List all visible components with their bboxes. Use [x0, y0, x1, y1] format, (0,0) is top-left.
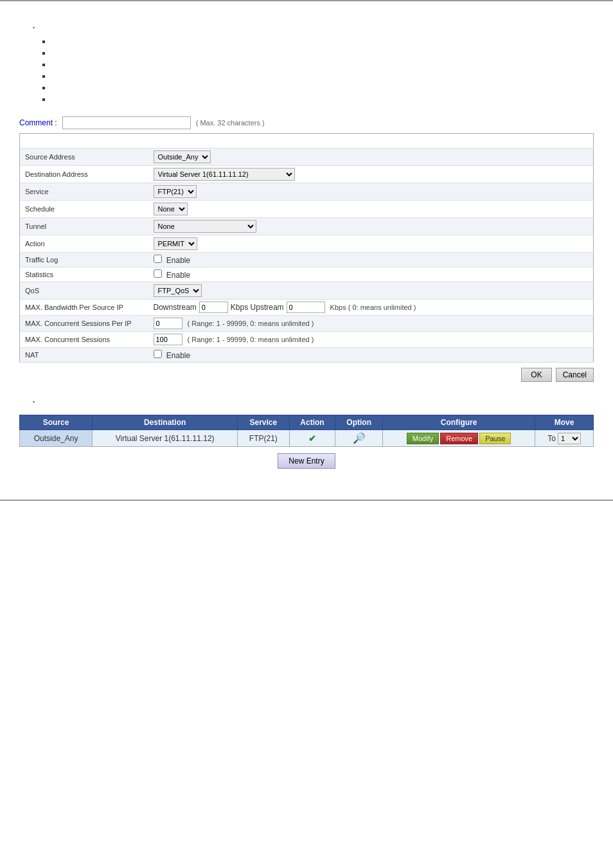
move-cell: To 1: [540, 433, 588, 444]
qos-select[interactable]: FTP_QoS: [154, 284, 202, 297]
row-action: ✔: [289, 430, 335, 447]
col-configure: Configure: [382, 415, 535, 430]
row-destination: Virtual Server 1(61.11.11.12): [93, 430, 238, 447]
col-move: Move: [535, 415, 594, 430]
destination-address-label: Destination Address: [20, 166, 148, 183]
comment-input[interactable]: [62, 116, 191, 129]
row-source: Outside_Any: [20, 430, 93, 447]
sessions-per-ip-label: MAX. Concurrent Sessions Per IP: [20, 316, 148, 332]
tunnel-select[interactable]: None: [154, 220, 256, 233]
downstream-input[interactable]: [199, 302, 228, 313]
bullet-item-6: [51, 95, 594, 104]
statistics-label: Statistics: [20, 267, 148, 282]
schedule-row: Schedule None: [20, 201, 594, 218]
move-select[interactable]: 1: [558, 433, 581, 444]
bullet-section: ·: [32, 21, 594, 104]
bandwidth-row: MAX. Bandwidth Per Source IP Downstream …: [20, 300, 594, 316]
schedule-select[interactable]: None: [154, 203, 188, 215]
bandwidth-label: MAX. Bandwidth Per Source IP: [20, 300, 148, 316]
col-action: Action: [289, 415, 335, 430]
page-content: · Comment : ( Max. 32 characters ) Add N…: [0, 8, 613, 487]
action-value: PERMIT DENY: [148, 235, 594, 253]
destination-address-row: Destination Address Virtual Server 1(61.…: [20, 166, 594, 183]
action-checkmark: ✔: [308, 433, 316, 444]
table-row: Outside_Any Virtual Server 1(61.11.11.12…: [20, 430, 594, 447]
kbps-upstream-label: Kbps Upstream: [231, 303, 284, 312]
statistics-row: Statistics Enable: [20, 267, 594, 282]
sessions-per-ip-row: MAX. Concurrent Sessions Per IP ( Range:…: [20, 316, 594, 332]
traffic-log-label: Traffic Log: [20, 253, 148, 267]
tunnel-value: None: [148, 218, 594, 235]
sessions-per-ip-input[interactable]: [154, 318, 182, 329]
destination-address-select[interactable]: Virtual Server 1(61.11.11.12): [154, 168, 295, 181]
comment-hint: ( Max. 32 characters ): [196, 119, 265, 127]
upstream-input[interactable]: [287, 302, 325, 313]
sessions-per-ip-value: ( Range: 1 - 99999, 0: means unlimited ): [148, 316, 594, 332]
ok-cancel-row: OK Cancel: [19, 368, 594, 382]
nat-enable-label: Enable: [166, 351, 190, 360]
bullet-item-1: [51, 37, 594, 46]
row-option: 🔎: [335, 430, 383, 447]
downstream-label: Downstream: [154, 303, 197, 312]
sessions-per-ip-hint: ( Range: 1 - 99999, 0: means unlimited ): [188, 320, 314, 327]
move-to-label: To: [547, 434, 556, 443]
service-select[interactable]: FTP(21): [154, 185, 197, 198]
list-table-header-row: Source Destination Service Action Option…: [20, 415, 594, 430]
new-entry-button[interactable]: New Entry: [278, 453, 335, 469]
action-select[interactable]: PERMIT DENY: [154, 237, 197, 250]
policy-list-table: Source Destination Service Action Option…: [19, 415, 594, 447]
top-border: [0, 0, 613, 1]
action-label: Action: [20, 235, 148, 253]
action-row: Action PERMIT DENY: [20, 235, 594, 253]
col-option: Option: [335, 415, 383, 430]
sessions-label: MAX. Concurrent Sessions: [20, 332, 148, 348]
bullet-list: [51, 37, 594, 104]
nat-value: Enable: [148, 348, 594, 363]
source-address-label: Source Address: [20, 149, 148, 166]
tunnel-label: Tunnel: [20, 218, 148, 235]
bottom-border: [0, 500, 613, 501]
bullet-item-4: [51, 71, 594, 80]
service-value: FTP(21): [148, 183, 594, 201]
remove-button[interactable]: Remove: [440, 433, 478, 444]
traffic-log-enable-label: Enable: [166, 256, 190, 265]
row-move: To 1: [535, 430, 594, 447]
col-destination: Destination: [93, 415, 238, 430]
bandwidth-value: Downstream Kbps Upstream Kbps ( 0: means…: [148, 300, 594, 316]
ok-button[interactable]: OK: [521, 368, 551, 382]
source-address-row: Source Address Outside_Any: [20, 149, 594, 166]
cancel-button[interactable]: Cancel: [556, 368, 594, 382]
nat-checkbox[interactable]: [154, 350, 162, 358]
source-address-value: Outside_Any: [148, 149, 594, 166]
col-service: Service: [238, 415, 290, 430]
statistics-value: Enable: [148, 267, 594, 282]
policy-form-title: Add New Policy: [20, 134, 594, 149]
qos-value: FTP_QoS: [148, 282, 594, 300]
configure-btn-group: Modify Remove Pause: [388, 433, 529, 444]
traffic-log-value: Enable: [148, 253, 594, 267]
traffic-log-row: Traffic Log Enable: [20, 253, 594, 267]
traffic-log-checkbox[interactable]: [154, 255, 162, 263]
comment-label: Comment :: [19, 118, 57, 127]
option-configure-icon[interactable]: 🔎: [353, 433, 366, 444]
policy-form-header: Add New Policy: [20, 134, 594, 149]
modify-button[interactable]: Modify: [407, 433, 439, 444]
policy-form-table: Add New Policy Source Address Outside_An…: [19, 133, 594, 363]
service-row: Service FTP(21): [20, 183, 594, 201]
destination-address-value: Virtual Server 1(61.11.11.12): [148, 166, 594, 183]
bullet-item-2: [51, 48, 594, 57]
statistics-checkbox[interactable]: [154, 269, 162, 278]
row-service: FTP(21): [238, 430, 290, 447]
sessions-input[interactable]: [154, 334, 182, 345]
comment-row: Comment : ( Max. 32 characters ): [19, 116, 594, 129]
sessions-value: ( Range: 1 - 99999, 0: means unlimited ): [148, 332, 594, 348]
bandwidth-hint: Kbps ( 0: means unlimited ): [330, 303, 416, 311]
sessions-hint: ( Range: 1 - 99999, 0: means unlimited ): [188, 336, 314, 343]
below-section: ·: [19, 395, 594, 408]
qos-row: QoS FTP_QoS: [20, 282, 594, 300]
service-label: Service: [20, 183, 148, 201]
pause-button[interactable]: Pause: [479, 433, 511, 444]
qos-label: QoS: [20, 282, 148, 300]
sessions-row: MAX. Concurrent Sessions ( Range: 1 - 99…: [20, 332, 594, 348]
source-address-select[interactable]: Outside_Any: [154, 150, 211, 163]
